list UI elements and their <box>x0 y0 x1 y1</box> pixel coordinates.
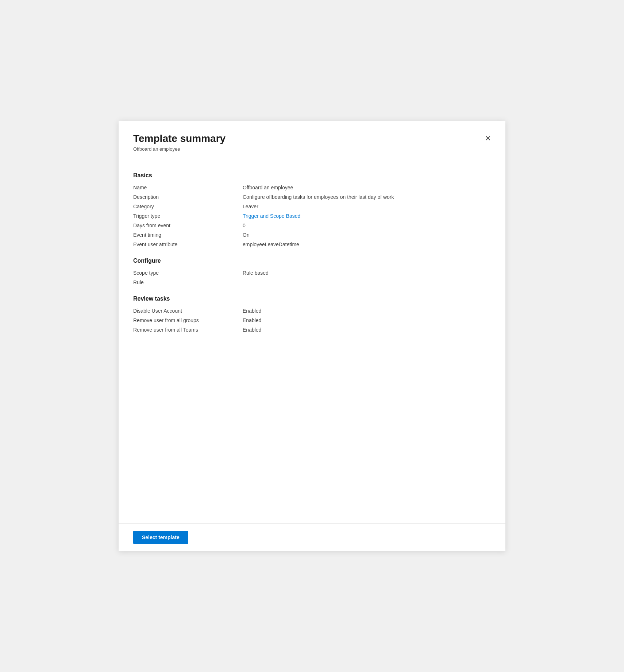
basics-name-row: Name Offboard an employee <box>133 185 491 190</box>
configure-heading: Configure <box>133 258 491 264</box>
basics-category-label: Category <box>133 204 243 209</box>
basics-description-value: Configure offboarding tasks for employee… <box>243 194 394 200</box>
review-teams-label: Remove user from all Teams <box>133 327 243 333</box>
panel-title: Template summary <box>133 132 491 145</box>
basics-category-value: Leaver <box>243 204 258 209</box>
basics-timing-row: Event timing On <box>133 232 491 238</box>
review-teams-value: Enabled <box>243 327 261 333</box>
basics-attribute-value: employeeLeaveDatetime <box>243 242 299 247</box>
review-groups-row: Remove user from all groups Enabled <box>133 317 491 323</box>
select-template-button[interactable]: Select template <box>133 531 188 544</box>
review-tasks-heading: Review tasks <box>133 296 491 302</box>
basics-name-label: Name <box>133 185 243 190</box>
basics-attribute-row: Event user attribute employeeLeaveDateti… <box>133 242 491 247</box>
basics-name-value: Offboard an employee <box>243 185 293 190</box>
basics-attribute-label: Event user attribute <box>133 242 243 247</box>
basics-heading: Basics <box>133 172 491 179</box>
basics-days-label: Days from event <box>133 223 243 228</box>
review-groups-value: Enabled <box>243 317 261 323</box>
basics-trigger-row: Trigger type Trigger and Scope Based <box>133 213 491 219</box>
basics-timing-value: On <box>243 232 250 238</box>
panel-footer: Select template <box>119 523 505 551</box>
configure-scope-row: Scope type Rule based <box>133 270 491 276</box>
panel-subtitle: Offboard an employee <box>133 146 491 152</box>
close-button[interactable]: ✕ <box>482 132 494 144</box>
configure-scope-value: Rule based <box>243 270 269 276</box>
basics-description-label: Description <box>133 194 243 200</box>
review-disable-label: Disable User Account <box>133 308 243 314</box>
panel-body: Basics Name Offboard an employee Descrip… <box>119 158 505 523</box>
configure-rule-label: Rule <box>133 279 243 285</box>
basics-trigger-value: Trigger and Scope Based <box>243 213 300 219</box>
basics-trigger-label: Trigger type <box>133 213 243 219</box>
review-disable-row: Disable User Account Enabled <box>133 308 491 314</box>
basics-days-value: 0 <box>243 223 246 228</box>
basics-days-row: Days from event 0 <box>133 223 491 228</box>
configure-scope-label: Scope type <box>133 270 243 276</box>
review-disable-value: Enabled <box>243 308 261 314</box>
basics-timing-label: Event timing <box>133 232 243 238</box>
review-groups-label: Remove user from all groups <box>133 317 243 323</box>
basics-category-row: Category Leaver <box>133 204 491 209</box>
basics-description-row: Description Configure offboarding tasks … <box>133 194 491 200</box>
template-summary-panel: Template summary Offboard an employee ✕ … <box>119 121 505 551</box>
configure-rule-row: Rule <box>133 279 491 285</box>
review-teams-row: Remove user from all Teams Enabled <box>133 327 491 333</box>
panel-header: Template summary Offboard an employee ✕ <box>119 121 505 158</box>
